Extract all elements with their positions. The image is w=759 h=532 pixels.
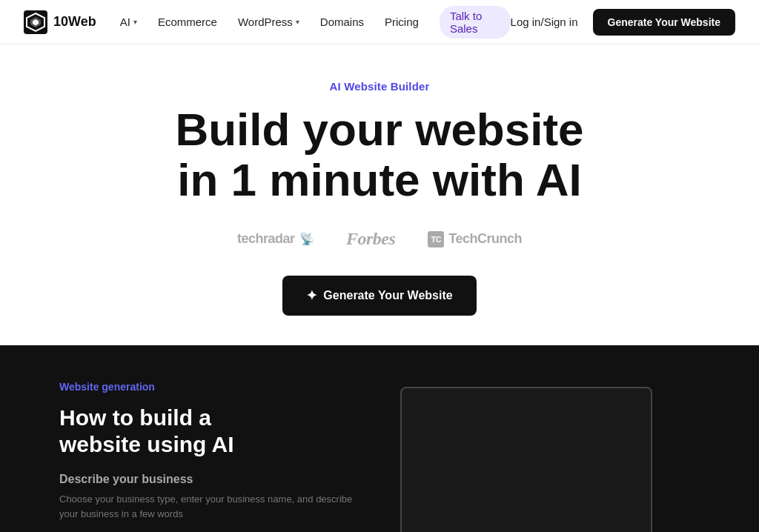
nav-right: Log in/Sign in Generate Your Website [511, 9, 735, 36]
forbes-logo: Forbes [346, 229, 395, 249]
press-logos: techradar📡 Forbes TCTechCrunch [237, 229, 522, 249]
login-button[interactable]: Log in/Sign in [511, 16, 578, 28]
chevron-down-icon: ▾ [133, 18, 137, 26]
techcrunch-logo: TCTechCrunch [428, 231, 522, 247]
dark-section: Website generation How to build a websit… [0, 345, 759, 532]
generate-website-nav-button[interactable]: Generate Your Website [593, 9, 736, 36]
hero-title: Build your website in 1 minute with AI [175, 104, 583, 205]
techradar-logo: techradar📡 [237, 231, 314, 247]
sparkle-icon: ✦ [306, 287, 317, 304]
dark-step-desc: Choose your business type, enter your bu… [59, 492, 356, 521]
nav-link-wordpress[interactable]: WordPress ▾ [238, 16, 299, 28]
nav-link-ai[interactable]: AI ▾ [120, 16, 137, 28]
dark-eyebrow: Website generation [59, 381, 356, 393]
nav-link-domains[interactable]: Domains [320, 16, 364, 28]
dark-step-title: Describe your business [59, 473, 356, 486]
nav-link-pricing[interactable]: Pricing [385, 16, 419, 28]
hero-section: AI Website Builder Build your website in… [0, 44, 759, 345]
chevron-down-icon-wp: ▾ [296, 18, 299, 26]
navbar: 10Web AI ▾ Ecommerce WordPress ▾ Domains… [0, 0, 759, 44]
video-placeholder[interactable] [400, 387, 652, 532]
dark-right-content [400, 381, 700, 532]
logo-link[interactable]: 10Web [24, 10, 96, 34]
nav-link-ecommerce[interactable]: Ecommerce [158, 16, 217, 28]
logo-text: 10Web [53, 14, 96, 30]
nav-links: AI ▾ Ecommerce WordPress ▾ Domains Prici… [120, 6, 511, 39]
dark-left-content: Website generation How to build a websit… [59, 381, 356, 532]
hero-eyebrow: AI Website Builder [330, 80, 430, 93]
logo-icon [24, 10, 47, 34]
tc-box-icon: TC [428, 231, 444, 247]
nav-link-talk-to-sales[interactable]: Talk to Sales [440, 6, 511, 39]
dark-title: How to build a website using AI [59, 405, 356, 458]
generate-website-hero-button[interactable]: ✦ Generate Your Website [282, 276, 476, 316]
